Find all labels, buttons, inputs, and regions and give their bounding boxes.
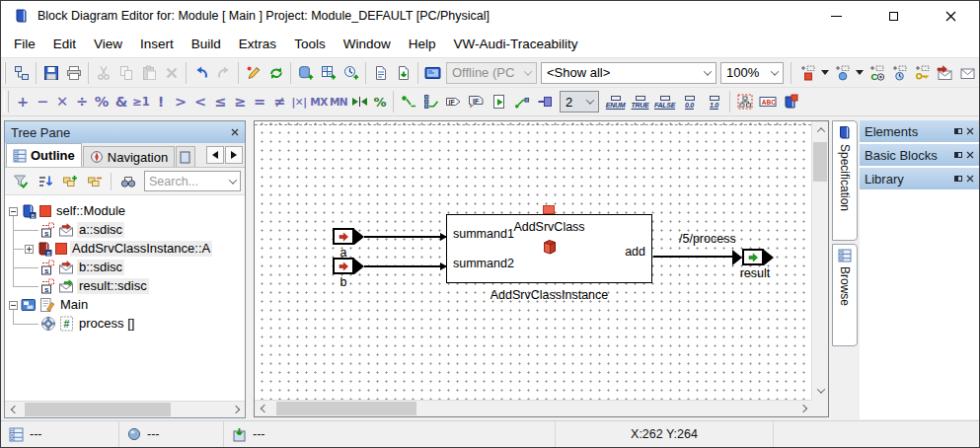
hierarchy-block-button[interactable] xyxy=(733,90,756,113)
save-button[interactable] xyxy=(39,61,62,85)
multiplexer-block-button[interactable] xyxy=(419,90,442,113)
edit-analyze-button[interactable] xyxy=(242,61,264,85)
tab-specification[interactable]: Specification xyxy=(832,120,858,241)
percent-op-button[interactable]: % xyxy=(370,95,390,110)
one-literal-button[interactable]: 1.0 xyxy=(702,96,726,109)
experiment-target-dropdown[interactable]: Offline (PC xyxy=(446,62,537,84)
or-op-button[interactable]: ≥1 xyxy=(131,95,151,109)
collapse-expander-icon[interactable] xyxy=(9,301,18,310)
add-timer-button[interactable] xyxy=(888,61,911,85)
redo-button[interactable] xyxy=(212,61,235,85)
switch-block-button[interactable] xyxy=(397,90,419,113)
toolbar-grip[interactable] xyxy=(4,91,9,112)
scrollbar-thumb[interactable] xyxy=(813,142,827,182)
regenerate-button[interactable] xyxy=(264,61,287,85)
menu-help[interactable]: Help xyxy=(400,33,445,55)
tree-item-process[interactable]: # process [] xyxy=(40,315,136,333)
add-component-button[interactable] xyxy=(294,61,317,85)
menu-insert[interactable]: Insert xyxy=(131,33,183,55)
comment-block-button[interactable]: ABC xyxy=(756,90,779,113)
abs-op-button[interactable]: |✕| xyxy=(289,96,309,108)
add-module-button[interactable] xyxy=(317,61,339,85)
paste-button[interactable] xyxy=(137,61,160,85)
tree-item-addsrvclassinstance[interactable]: B AddSrvClassInstance::A xyxy=(25,240,212,258)
tree-pane-close-button[interactable] xyxy=(231,128,239,136)
block-handle[interactable] xyxy=(543,205,555,214)
open-document-button[interactable] xyxy=(369,61,392,85)
false-literal-button[interactable]: FALSE xyxy=(652,96,677,109)
close-icon[interactable] xyxy=(966,151,974,159)
max-op-button[interactable]: MX xyxy=(309,96,329,108)
subtract-op-button[interactable]: − xyxy=(33,94,52,110)
menu-view[interactable]: View xyxy=(85,33,131,55)
add-resource-button[interactable] xyxy=(911,61,934,85)
block-diagram-button[interactable] xyxy=(10,61,33,85)
canvas-vertical-scrollbar[interactable] xyxy=(811,121,828,400)
add-op-button[interactable]: + xyxy=(13,94,33,110)
multiply-op-button[interactable]: ✕ xyxy=(52,94,72,110)
tab-scroll-left-button[interactable] xyxy=(206,146,224,164)
search-combo[interactable] xyxy=(144,171,241,191)
menu-build[interactable]: Build xyxy=(183,33,230,55)
menu-window[interactable]: Window xyxy=(335,33,400,55)
collapse-expander-icon[interactable] xyxy=(9,207,18,216)
dock-icon[interactable] xyxy=(954,152,962,158)
close-button[interactable] xyxy=(922,1,979,31)
sort-button[interactable] xyxy=(34,170,56,193)
elements-panel-header[interactable]: Elements xyxy=(860,120,979,142)
tree-item-result[interactable]: s result::sdisc xyxy=(40,277,149,295)
add-message-button[interactable] xyxy=(956,61,979,85)
undo-button[interactable] xyxy=(189,61,212,85)
add-parameter-dropdown[interactable] xyxy=(854,61,866,85)
and-op-button[interactable]: & xyxy=(112,94,131,110)
tree-item-self-module[interactable]: B self::Module xyxy=(9,202,127,220)
zero-literal-button[interactable]: 0.0 xyxy=(677,96,702,109)
min-op-button[interactable]: MN xyxy=(329,96,348,108)
menu-edit[interactable]: Edit xyxy=(44,33,85,55)
add-constant-button[interactable]: C xyxy=(866,61,888,85)
menu-vw-audi-traceability[interactable]: VW-Audi-Traceability xyxy=(444,33,586,55)
cut-button[interactable] xyxy=(92,61,114,85)
copy-button[interactable] xyxy=(114,61,137,85)
scroll-up-button[interactable] xyxy=(812,122,829,138)
less-equal-op-button[interactable]: ≤ xyxy=(210,94,230,110)
add-receive-message-button[interactable] xyxy=(934,61,956,85)
basic-blocks-panel-header[interactable]: Basic Blocks xyxy=(860,144,979,166)
add-project-button[interactable] xyxy=(339,61,362,85)
experiment-target-button[interactable] xyxy=(421,61,444,85)
scroll-right-button[interactable] xyxy=(794,401,811,416)
tab-navigation[interactable]: Navigation xyxy=(83,146,175,167)
scrollbar-thumb[interactable] xyxy=(25,403,171,416)
hierarchy-level-dropdown[interactable]: 2 xyxy=(560,91,599,112)
zoom-dropdown[interactable]: 100% xyxy=(720,62,784,84)
input-port-b[interactable] xyxy=(333,258,364,274)
process-block-button[interactable] xyxy=(488,90,510,113)
add-element-button[interactable] xyxy=(796,61,819,85)
export-document-button[interactable] xyxy=(392,61,415,85)
enum-literal-button[interactable]: ENUM xyxy=(603,96,628,109)
tree-item-main[interactable]: Main xyxy=(9,296,90,314)
modulo-op-button[interactable]: % xyxy=(92,94,112,110)
print-button[interactable] xyxy=(62,61,85,85)
canvas-grid[interactable]: a b AddSrvClass summand1 summand2 xyxy=(255,121,811,400)
divide-op-button[interactable]: ÷ xyxy=(72,94,92,110)
if-then-block-button[interactable]: IF xyxy=(442,90,465,113)
mux-op-button[interactable] xyxy=(348,97,370,107)
tree-horizontal-scrollbar[interactable] xyxy=(5,401,245,417)
greater-op-button[interactable]: > xyxy=(171,94,190,110)
tab-scroll-right-button[interactable] xyxy=(225,146,243,164)
delete-button[interactable] xyxy=(160,61,183,85)
scroll-right-button[interactable] xyxy=(227,402,244,417)
tree-item-a[interactable]: s a::sdisc xyxy=(40,221,124,239)
maximize-button[interactable] xyxy=(865,1,922,31)
equal-op-button[interactable]: = xyxy=(250,94,269,110)
input-port-a[interactable] xyxy=(333,228,364,245)
toolbar-grip[interactable] xyxy=(4,62,6,84)
dock-icon[interactable] xyxy=(954,176,962,182)
wire-b[interactable] xyxy=(364,265,447,267)
scrollbar-thumb[interactable] xyxy=(276,402,416,415)
menu-tools[interactable]: Tools xyxy=(285,33,335,55)
expand-expander-icon[interactable] xyxy=(25,245,34,254)
scroll-left-button[interactable] xyxy=(6,402,23,417)
tab-browse[interactable]: Browse xyxy=(832,244,858,346)
